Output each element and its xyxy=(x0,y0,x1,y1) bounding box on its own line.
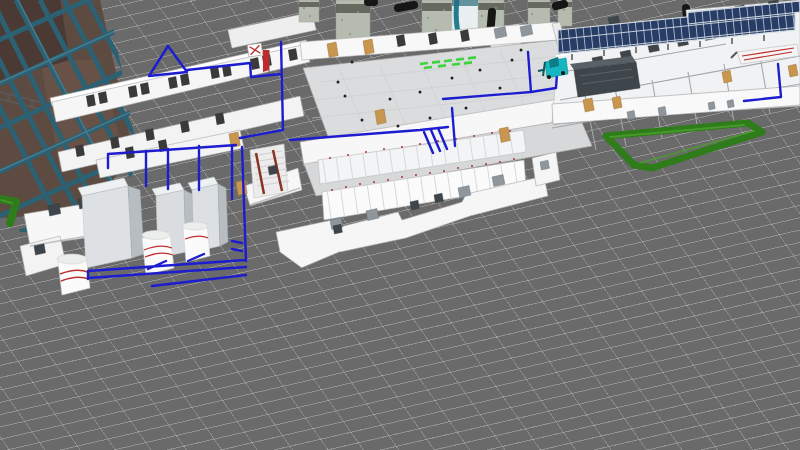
forklift-wheel xyxy=(547,75,551,79)
forklift-wheel xyxy=(561,71,565,75)
simulation-viewport[interactable] xyxy=(0,0,800,450)
tank[interactable] xyxy=(57,254,90,295)
cabinet-front xyxy=(82,186,132,268)
tank[interactable] xyxy=(142,231,174,276)
render-canvas[interactable] xyxy=(0,0,800,450)
checkered-marker xyxy=(247,43,263,57)
cabinet[interactable] xyxy=(78,178,144,268)
red-flag xyxy=(263,50,269,72)
tank[interactable] xyxy=(183,222,211,262)
cabinet-side xyxy=(218,184,228,246)
